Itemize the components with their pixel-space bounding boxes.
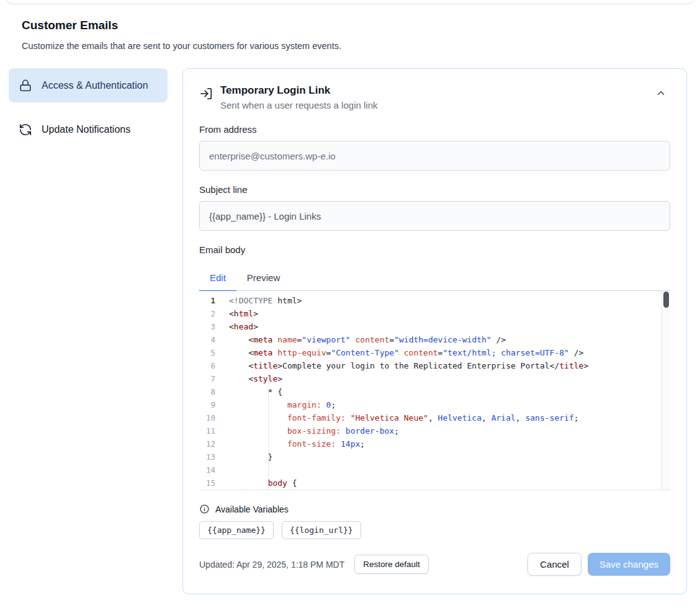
restore-default-button[interactable]: Restore default — [354, 555, 429, 574]
panel-header: Temporary Login Link Sent when a user re… — [199, 84, 670, 110]
updated-timestamp: Updated: Apr 29, 2025, 1:18 PM MDT — [199, 560, 344, 570]
sidebar-item-update-notifications[interactable]: Update Notifications — [9, 112, 168, 146]
login-icon — [199, 87, 213, 101]
panel-titles: Temporary Login Link Sent when a user re… — [220, 84, 377, 110]
line-number: 14 — [199, 463, 215, 476]
available-variables-label: Available Variables — [215, 504, 289, 514]
code-line: } — [229, 450, 670, 463]
line-number: 2 — [199, 307, 215, 320]
panel-subtitle: Sent when a user requests a login link — [220, 100, 377, 110]
page-subtitle: Customize the emails that are sent to yo… — [22, 41, 341, 51]
collapse-button[interactable] — [652, 84, 670, 102]
variable-chip-login-url[interactable]: {{login_url}} — [282, 521, 361, 539]
code-line: body { — [229, 476, 670, 490]
sync-icon — [19, 123, 32, 136]
code-line: font-size: 14px; — [229, 437, 670, 450]
line-number: 9 — [199, 398, 215, 411]
info-icon — [199, 504, 210, 514]
panel-footer: Updated: Apr 29, 2025, 1:18 PM MDT Resto… — [199, 553, 670, 576]
scrollbar-thumb[interactable] — [663, 292, 669, 308]
line-number: 16 — [199, 490, 215, 490]
line-number: 4 — [199, 333, 215, 346]
code-line: <style> — [229, 372, 670, 385]
variable-chips: {{app_name}} {{login_url}} — [199, 521, 670, 539]
code-line: * { — [229, 385, 670, 398]
available-variables-header: Available Variables — [199, 504, 670, 514]
from-address-input[interactable] — [199, 141, 670, 171]
save-changes-button[interactable]: Save changes — [588, 553, 670, 576]
page-title: Customer Emails — [22, 19, 118, 32]
line-number: 3 — [199, 320, 215, 333]
tab-preview[interactable]: Preview — [236, 266, 290, 290]
editor-tabs: Edit Preview — [199, 266, 670, 291]
line-number: 7 — [199, 372, 215, 385]
editor-gutter: 12345678910111213141516 — [199, 291, 215, 490]
tab-edit[interactable]: Edit — [199, 266, 236, 292]
subject-line-input[interactable] — [199, 201, 670, 231]
top-divider — [5, 0, 695, 4]
lock-icon — [19, 79, 32, 92]
email-body-label: Email body — [199, 244, 670, 256]
line-number: 11 — [199, 424, 215, 437]
code-editor[interactable]: 12345678910111213141516 <!DOCTYPE html><… — [199, 291, 670, 490]
panel-title: Temporary Login Link — [220, 84, 377, 97]
code-line: <meta name="viewport" content="width=dev… — [229, 333, 670, 346]
line-number: 1 — [199, 294, 215, 307]
indent-guide — [268, 385, 269, 490]
code-line: <head> — [229, 320, 670, 333]
code-line: <html> — [229, 307, 670, 320]
code-line: margin: 0; — [229, 398, 670, 411]
code-line: <meta http-equiv="Content-Type" content=… — [229, 346, 670, 359]
chevron-up-icon — [655, 87, 666, 99]
sidebar-item-label: Access & Authentication — [42, 78, 148, 92]
code-line — [229, 463, 670, 476]
line-number: 13 — [199, 450, 215, 463]
editor-code[interactable]: <!DOCTYPE html><html><head> <meta name="… — [215, 291, 670, 490]
line-number: 6 — [199, 359, 215, 372]
line-number: 10 — [199, 411, 215, 424]
editor-scrollbar[interactable] — [662, 291, 670, 490]
email-template-panel: Temporary Login Link Sent when a user re… — [182, 68, 687, 594]
code-line: box-sizing: border-box; — [229, 424, 670, 437]
sidebar-item-access-authentication[interactable]: Access & Authentication — [9, 68, 168, 102]
line-number: 5 — [199, 346, 215, 359]
line-number: 12 — [199, 437, 215, 450]
code-line: <!DOCTYPE html> — [229, 294, 670, 307]
line-number: 15 — [199, 476, 215, 490]
code-line: <title>Complete your login to the Replic… — [229, 359, 670, 372]
sidebar-item-label: Update Notifications — [42, 122, 130, 136]
code-line: font-family: "Helvetica Neue", Helvetica… — [229, 411, 670, 424]
variable-chip-app-name[interactable]: {{app_name}} — [199, 521, 274, 539]
line-number: 8 — [199, 385, 215, 398]
cancel-button[interactable]: Cancel — [527, 553, 581, 576]
subject-line-label: Subject line — [199, 184, 670, 195]
sidebar: Access & Authentication Update Notificat… — [9, 68, 168, 146]
from-address-label: From address — [199, 124, 670, 135]
